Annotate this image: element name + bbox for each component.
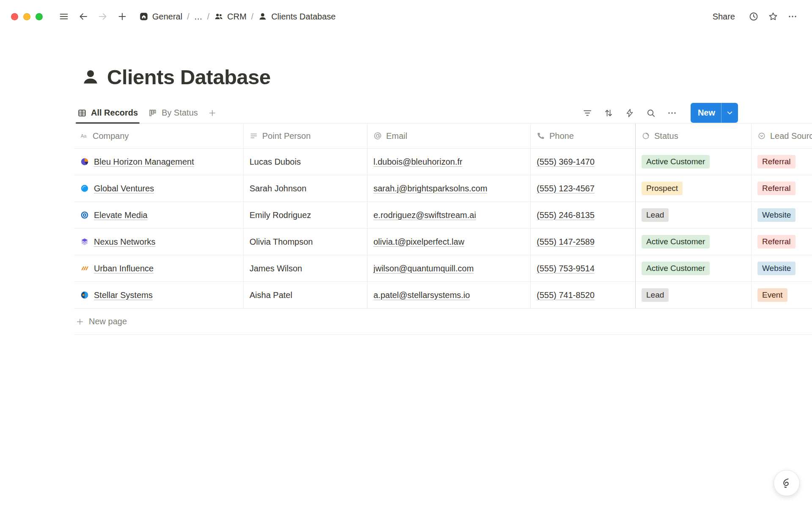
- email-link[interactable]: l.dubois@bleuhorizon.fr: [373, 157, 462, 167]
- status-cell[interactable]: Active Customer: [636, 255, 752, 282]
- column-header-point-person[interactable]: Point Person: [244, 124, 368, 148]
- company-cell[interactable]: Elevate Media: [74, 202, 244, 228]
- phone-cell[interactable]: (555) 369-1470: [531, 149, 636, 175]
- forward-arrow-icon: [98, 11, 108, 22]
- email-cell[interactable]: e.rodriguez@swiftstream.ai: [368, 202, 531, 228]
- phone-link[interactable]: (555) 753-9514: [537, 264, 595, 273]
- back-button[interactable]: [75, 8, 92, 25]
- phone-cell[interactable]: (555) 147-2589: [531, 229, 636, 255]
- email-link[interactable]: olivia.t@pixelperfect.law: [373, 237, 464, 247]
- company-link[interactable]: Global Ventures: [94, 184, 154, 193]
- company-link[interactable]: Urban Influence: [94, 264, 154, 273]
- close-window-button[interactable]: [11, 13, 18, 20]
- tab-by-status[interactable]: By Status: [143, 102, 203, 123]
- phone-link[interactable]: (555) 369-1470: [537, 157, 595, 167]
- tab-label: All Records: [91, 108, 138, 118]
- layers-logo: [80, 237, 89, 246]
- point-person-cell[interactable]: Aisha Patel: [244, 282, 368, 308]
- point-person-cell[interactable]: Sarah Johnson: [244, 175, 368, 202]
- lead-source-cell[interactable]: Referral: [752, 149, 812, 175]
- company-cell[interactable]: Stellar Systems: [74, 282, 244, 308]
- lead-source-cell[interactable]: Website: [752, 202, 812, 228]
- email-cell[interactable]: sarah.j@brightsparksolns.com: [368, 175, 531, 202]
- phone-cell[interactable]: (555) 246-8135: [531, 202, 636, 228]
- email-cell[interactable]: a.patel@stellarsystems.io: [368, 282, 531, 308]
- tab-label: By Status: [162, 108, 198, 118]
- email-link[interactable]: e.rodriguez@swiftstream.ai: [373, 210, 476, 220]
- company-cell[interactable]: Nexus Networks: [74, 229, 244, 255]
- breadcrumb-item-crm[interactable]: CRM: [211, 10, 250, 24]
- phone-link[interactable]: (555) 741-8520: [537, 290, 595, 300]
- templates-button[interactable]: [774, 470, 800, 496]
- more-options-button[interactable]: [784, 8, 801, 25]
- spiral-logo: [80, 210, 89, 220]
- status-cell[interactable]: Lead: [636, 202, 752, 228]
- forward-button[interactable]: [94, 8, 111, 25]
- new-page-row[interactable]: New page: [74, 309, 812, 335]
- company-cell[interactable]: Urban Influence: [74, 255, 244, 282]
- search-button[interactable]: [642, 105, 659, 121]
- column-header-email[interactable]: Email: [368, 124, 531, 148]
- company-cell[interactable]: Global Ventures: [74, 175, 244, 202]
- email-link[interactable]: sarah.j@brightsparksolns.com: [373, 184, 487, 193]
- company-cell[interactable]: Bleu Horizon Management: [74, 149, 244, 175]
- automations-button[interactable]: [621, 105, 638, 121]
- company-link[interactable]: Nexus Networks: [94, 237, 156, 247]
- company-link[interactable]: Stellar Systems: [94, 290, 153, 300]
- minimize-window-button[interactable]: [23, 13, 30, 20]
- phone-cell[interactable]: (555) 753-9514: [531, 255, 636, 282]
- column-header-phone[interactable]: Phone: [531, 124, 636, 148]
- status-cell[interactable]: Prospect: [636, 175, 752, 202]
- email-cell[interactable]: l.dubois@bleuhorizon.fr: [368, 149, 531, 175]
- new-record-button[interactable]: New: [691, 103, 738, 123]
- table-row: Urban InfluenceJames Wilsonjwilson@quant…: [74, 255, 812, 282]
- company-link[interactable]: Elevate Media: [94, 210, 148, 220]
- page-icon[interactable]: [81, 67, 100, 87]
- phone-cell[interactable]: (555) 123-4567: [531, 175, 636, 202]
- add-view-button[interactable]: [204, 105, 221, 121]
- status-cell[interactable]: Active Customer: [636, 229, 752, 255]
- breadcrumb-separator: /: [251, 12, 254, 22]
- email-cell[interactable]: jwilson@quantumquill.com: [368, 255, 531, 282]
- new-record-dropdown-button[interactable]: [721, 103, 738, 123]
- lead-source-cell[interactable]: Event: [752, 282, 812, 308]
- view-tabs-row: All Records By Status: [74, 102, 812, 124]
- email-link[interactable]: a.patel@stellarsystems.io: [373, 290, 470, 300]
- status-cell[interactable]: Active Customer: [636, 149, 752, 175]
- zoom-window-button[interactable]: [36, 13, 43, 20]
- breadcrumb-item-ellipsis[interactable]: …: [191, 10, 206, 24]
- ellipsis-icon: [667, 108, 677, 118]
- email-cell[interactable]: olivia.t@pixelperfect.law: [368, 229, 531, 255]
- phone-link[interactable]: (555) 246-8135: [537, 210, 595, 220]
- new-tab-button[interactable]: [114, 8, 131, 25]
- orbit-logo: [80, 290, 89, 300]
- sort-button[interactable]: [600, 105, 617, 121]
- lead-source-tag: Website: [757, 262, 796, 275]
- column-header-lead-source[interactable]: Lead Source: [752, 124, 812, 148]
- column-header-company[interactable]: AaCompany: [74, 124, 244, 148]
- point-person-cell[interactable]: Emily Rodriguez: [244, 202, 368, 228]
- lead-source-cell[interactable]: Referral: [752, 175, 812, 202]
- status-cell[interactable]: Lead: [636, 282, 752, 308]
- phone-cell[interactable]: (555) 741-8520: [531, 282, 636, 308]
- breadcrumb-item-general[interactable]: General: [136, 10, 186, 24]
- phone-link[interactable]: (555) 123-4567: [537, 184, 595, 193]
- lead-source-cell[interactable]: Website: [752, 255, 812, 282]
- filter-button[interactable]: [579, 105, 596, 121]
- table-row: Global VenturesSarah Johnsonsarah.j@brig…: [74, 175, 812, 202]
- share-button[interactable]: Share: [708, 9, 740, 24]
- point-person-cell[interactable]: James Wilson: [244, 255, 368, 282]
- column-header-status[interactable]: Status: [636, 124, 752, 148]
- sidebar-toggle-button[interactable]: [55, 8, 72, 25]
- tab-all-records[interactable]: All Records: [72, 102, 143, 123]
- updates-button[interactable]: [745, 8, 762, 25]
- point-person-cell[interactable]: Olivia Thompson: [244, 229, 368, 255]
- breadcrumb-item-clients-database[interactable]: Clients Database: [255, 10, 339, 24]
- lead-source-cell[interactable]: Referral: [752, 229, 812, 255]
- company-link[interactable]: Bleu Horizon Management: [94, 157, 194, 167]
- favorite-button[interactable]: [765, 8, 782, 25]
- point-person-cell[interactable]: Lucas Dubois: [244, 149, 368, 175]
- email-link[interactable]: jwilson@quantumquill.com: [373, 264, 474, 273]
- view-options-button[interactable]: [664, 105, 680, 121]
- phone-link[interactable]: (555) 147-2589: [537, 237, 595, 247]
